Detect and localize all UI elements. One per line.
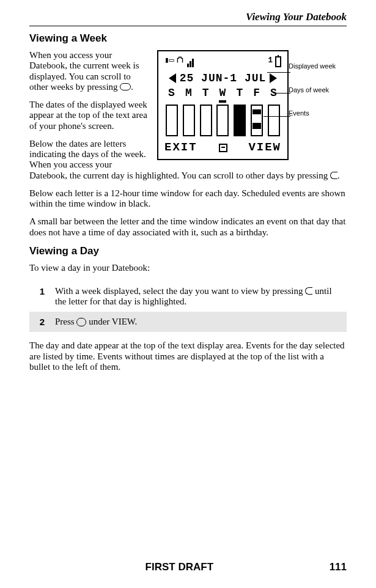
paragraph: Below each letter is a 12-hour time wind… <box>29 188 347 210</box>
section-heading-week: Viewing a Week <box>29 32 347 45</box>
section-heading-day: Viewing a Day <box>29 245 347 257</box>
footer-draft: FIRST DRAFT <box>146 561 213 573</box>
day-column <box>166 105 178 136</box>
paragraph: To view a day in your Datebook: <box>29 263 347 273</box>
device-figure: ▮▭ ⛫ 1 25 JUN-1 JUL S M T W <box>157 50 347 160</box>
oval-key-icon <box>120 83 131 90</box>
step-text: Press under VIEW. <box>55 312 347 332</box>
msg-icon: ▮▭ <box>164 56 174 65</box>
displayed-week-range: 25 JUN-1 JUL <box>180 72 267 85</box>
callout-events: Events <box>289 109 347 117</box>
tower-icon: ⛫ <box>177 56 185 65</box>
prev-week-arrow-icon <box>169 73 176 83</box>
phone-screen: ▮▭ ⛫ 1 25 JUN-1 JUL S M T W <box>157 50 289 160</box>
allday-bar-icon <box>219 100 226 103</box>
day-letter: T <box>200 87 212 100</box>
day-letter: M <box>183 87 195 100</box>
callout-leader <box>267 72 290 73</box>
day-columns-row <box>164 105 281 136</box>
half-oval-key-icon <box>330 172 337 179</box>
softkey-view: VIEW <box>248 141 281 155</box>
day-letters-row: S M T W T F S <box>164 87 281 100</box>
event-block-icon <box>253 123 261 129</box>
paragraph: The day and date appear at the top of th… <box>29 340 347 372</box>
day-letter: W <box>216 87 229 100</box>
softkey-exit: EXIT <box>164 141 197 155</box>
round-key-icon <box>76 318 86 326</box>
next-week-arrow-icon <box>270 73 277 83</box>
event-block-icon <box>253 109 261 114</box>
day-column <box>251 105 263 136</box>
step-text: With a week displayed, select the day yo… <box>55 281 347 312</box>
half-oval-key-icon <box>305 287 312 295</box>
footer-page-number: 111 <box>330 561 347 573</box>
step-row: 1 With a week displayed, select the day … <box>29 281 347 312</box>
day-letter: F <box>251 87 263 100</box>
callout-leader <box>273 93 290 94</box>
day-letter: S <box>166 87 178 100</box>
step-row: 2 Press under VIEW. <box>29 312 347 332</box>
callout-days-of-week: Days of week <box>289 86 347 94</box>
running-header: Viewing Your Datebook <box>29 11 347 23</box>
day-letter: T <box>234 87 246 100</box>
battery-icon <box>275 56 281 67</box>
allday-bar-row <box>164 100 281 103</box>
day-column <box>183 105 195 136</box>
day-column <box>200 105 212 136</box>
day-column <box>216 105 229 136</box>
step-number: 2 <box>29 312 55 332</box>
day-column <box>268 105 280 136</box>
callout-displayed-week: Displayed week <box>289 62 347 70</box>
indicator-icon: 1 <box>268 56 273 65</box>
page-footer: FIRST DRAFT 111 <box>29 561 347 573</box>
steps-table: 1 With a week displayed, select the day … <box>29 281 347 333</box>
step-number: 1 <box>29 281 55 312</box>
callout-leader <box>264 116 290 117</box>
paragraph: A small bar between the letter and the t… <box>29 216 347 238</box>
signal-icon <box>187 56 194 67</box>
calendar-icon <box>219 144 227 152</box>
day-column-highlighted <box>234 105 246 136</box>
header-rule <box>29 26 347 26</box>
